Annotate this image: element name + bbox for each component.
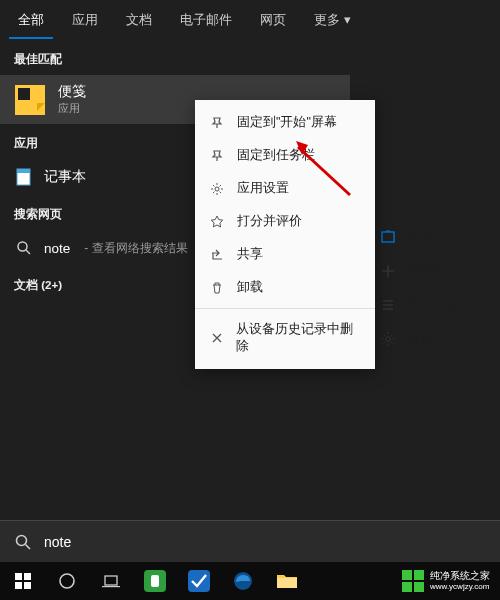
svg-rect-13 xyxy=(15,582,22,589)
gear-icon xyxy=(379,330,397,348)
action-open[interactable]: 打开 xyxy=(375,220,495,254)
action-settings[interactable]: 设置 xyxy=(375,322,495,356)
svg-rect-22 xyxy=(277,578,297,588)
tab-bar: 全部 应用 文档 电子邮件 网页 更多 ▾ xyxy=(0,0,500,40)
taskbar-app-1[interactable] xyxy=(134,562,176,600)
notepad-icon xyxy=(14,167,34,187)
svg-rect-19 xyxy=(151,575,159,587)
sticky-notes-icon xyxy=(14,84,46,116)
tab-email[interactable]: 电子邮件 xyxy=(166,1,246,39)
item-label: note xyxy=(44,241,70,256)
svg-rect-11 xyxy=(15,573,22,580)
svg-rect-26 xyxy=(414,582,424,592)
tab-all[interactable]: 全部 xyxy=(4,1,58,39)
watermark: 纯净系统之家 www.ycwjzy.com xyxy=(402,570,500,592)
divider xyxy=(195,308,375,309)
svg-rect-23 xyxy=(402,570,412,580)
tab-web[interactable]: 网页 xyxy=(246,1,300,39)
cortana-button[interactable] xyxy=(46,562,88,600)
action-new-note[interactable]: 新建笔记 xyxy=(375,254,495,288)
taskbar-app-2[interactable] xyxy=(178,562,220,600)
svg-line-10 xyxy=(26,544,31,549)
taskbar-explorer[interactable] xyxy=(266,562,308,600)
ctx-share[interactable]: 共享 xyxy=(195,238,375,271)
item-sub: - 查看网络搜索结果 xyxy=(84,240,187,257)
list-icon xyxy=(379,296,397,314)
svg-rect-14 xyxy=(24,582,31,589)
ctx-pin-taskbar[interactable]: 固定到任务栏 xyxy=(195,139,375,172)
svg-point-6 xyxy=(215,187,219,191)
ctx-pin-start[interactable]: 固定到"开始"屏幕 xyxy=(195,106,375,139)
svg-rect-20 xyxy=(188,570,210,592)
pin-icon xyxy=(209,115,225,131)
result-sub: 应用 xyxy=(58,101,86,116)
share-icon xyxy=(209,247,225,263)
taskbar: 纯净系统之家 www.ycwjzy.com xyxy=(0,562,500,600)
gear-icon xyxy=(209,181,225,197)
search-icon xyxy=(14,533,32,551)
ctx-uninstall[interactable]: 卸载 xyxy=(195,271,375,304)
svg-rect-16 xyxy=(105,576,117,585)
svg-point-15 xyxy=(60,574,74,588)
svg-rect-3 xyxy=(17,169,30,173)
svg-point-4 xyxy=(18,242,27,251)
watermark-line2: www.ycwjzy.com xyxy=(430,582,490,592)
svg-point-8 xyxy=(386,337,391,342)
pin-icon xyxy=(209,148,225,164)
search-input[interactable] xyxy=(44,534,486,550)
taskview-button[interactable] xyxy=(90,562,132,600)
watermark-icon xyxy=(402,570,424,592)
svg-rect-1 xyxy=(18,88,30,100)
right-actions-panel: 打开 新建笔记 笔记列表 设置 xyxy=(375,220,495,356)
svg-rect-7 xyxy=(382,232,394,242)
svg-rect-12 xyxy=(24,573,31,580)
star-icon xyxy=(209,214,225,230)
watermark-line1: 纯净系统之家 xyxy=(430,570,490,582)
start-button[interactable] xyxy=(2,562,44,600)
tab-apps[interactable]: 应用 xyxy=(58,1,112,39)
action-note-list[interactable]: 笔记列表 xyxy=(375,288,495,322)
open-icon xyxy=(379,228,397,246)
trash-icon xyxy=(209,280,225,296)
search-icon xyxy=(14,238,34,258)
tab-more[interactable]: 更多 ▾ xyxy=(300,1,365,39)
plus-icon xyxy=(379,262,397,280)
result-title: 便笺 xyxy=(58,83,86,101)
item-label: 记事本 xyxy=(44,168,86,186)
svg-rect-25 xyxy=(402,582,412,592)
svg-point-9 xyxy=(17,535,27,545)
taskbar-edge[interactable] xyxy=(222,562,264,600)
section-best-match: 最佳匹配 xyxy=(0,40,350,75)
svg-rect-24 xyxy=(414,570,424,580)
context-menu: 固定到"开始"屏幕 固定到任务栏 应用设置 打分并评价 共享 卸载 从设备历史记… xyxy=(195,100,375,369)
ctx-rate[interactable]: 打分并评价 xyxy=(195,205,375,238)
ctx-remove-history[interactable]: 从设备历史记录中删除 xyxy=(195,313,375,363)
search-box xyxy=(0,520,500,562)
svg-line-5 xyxy=(26,250,30,254)
close-icon xyxy=(209,330,224,346)
svg-rect-17 xyxy=(102,586,120,587)
ctx-app-settings[interactable]: 应用设置 xyxy=(195,172,375,205)
tab-docs[interactable]: 文档 xyxy=(112,1,166,39)
